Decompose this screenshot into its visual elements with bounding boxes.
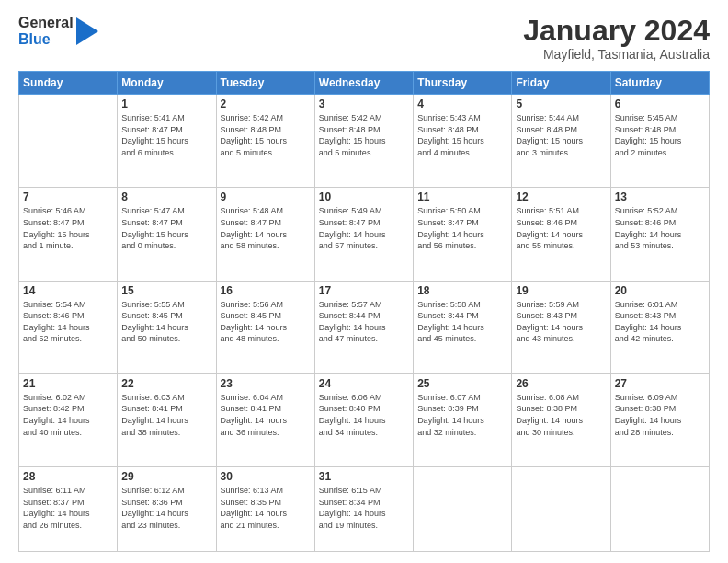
day-number: 15 bbox=[121, 284, 211, 297]
day-number: 1 bbox=[121, 98, 211, 110]
day-info: Sunrise: 5:41 AM Sunset: 8:47 PM Dayligh… bbox=[121, 112, 211, 158]
day-info: Sunrise: 5:58 AM Sunset: 8:44 PM Dayligh… bbox=[417, 299, 507, 345]
location: Mayfield, Tasmania, Australia bbox=[523, 47, 710, 62]
day-info: Sunrise: 6:13 AM Sunset: 8:35 PM Dayligh… bbox=[221, 485, 311, 531]
day-info: Sunrise: 5:50 AM Sunset: 8:47 PM Dayligh… bbox=[417, 205, 507, 251]
table-row: 18Sunrise: 5:58 AM Sunset: 8:44 PM Dayli… bbox=[414, 281, 512, 373]
day-info: Sunrise: 5:57 AM Sunset: 8:44 PM Dayligh… bbox=[319, 299, 409, 345]
day-info: Sunrise: 6:08 AM Sunset: 8:38 PM Dayligh… bbox=[516, 392, 606, 438]
day-number: 12 bbox=[516, 190, 606, 203]
day-number: 3 bbox=[319, 98, 409, 110]
table-row: 2Sunrise: 5:42 AM Sunset: 8:48 PM Daylig… bbox=[216, 95, 314, 188]
table-row: 15Sunrise: 5:55 AM Sunset: 8:45 PM Dayli… bbox=[118, 281, 216, 373]
day-number: 26 bbox=[516, 377, 606, 390]
table-row: 14Sunrise: 5:54 AM Sunset: 8:46 PM Dayli… bbox=[19, 281, 118, 373]
day-info: Sunrise: 5:51 AM Sunset: 8:46 PM Dayligh… bbox=[516, 205, 606, 251]
table-row: 22Sunrise: 6:03 AM Sunset: 8:41 PM Dayli… bbox=[118, 373, 216, 466]
header: General Blue January 2024 Mayfield, Tasm… bbox=[18, 15, 710, 62]
day-number: 10 bbox=[319, 190, 409, 203]
table-row: 7Sunrise: 5:46 AM Sunset: 8:47 PM Daylig… bbox=[19, 188, 118, 281]
table-row: 24Sunrise: 6:06 AM Sunset: 8:40 PM Dayli… bbox=[314, 373, 413, 466]
table-row bbox=[610, 466, 709, 551]
day-info: Sunrise: 5:43 AM Sunset: 8:48 PM Dayligh… bbox=[417, 112, 507, 158]
col-sunday: Sunday bbox=[19, 72, 118, 95]
day-info: Sunrise: 6:03 AM Sunset: 8:41 PM Dayligh… bbox=[121, 392, 211, 438]
day-number: 5 bbox=[516, 98, 606, 110]
table-row: 30Sunrise: 6:13 AM Sunset: 8:35 PM Dayli… bbox=[216, 466, 314, 551]
day-info: Sunrise: 6:06 AM Sunset: 8:40 PM Dayligh… bbox=[319, 392, 409, 438]
day-number: 6 bbox=[615, 98, 705, 110]
day-info: Sunrise: 6:11 AM Sunset: 8:37 PM Dayligh… bbox=[23, 485, 113, 531]
table-row: 1Sunrise: 5:41 AM Sunset: 8:47 PM Daylig… bbox=[118, 95, 216, 188]
day-info: Sunrise: 5:45 AM Sunset: 8:48 PM Dayligh… bbox=[615, 112, 705, 158]
day-number: 27 bbox=[615, 377, 705, 390]
day-info: Sunrise: 5:49 AM Sunset: 8:47 PM Dayligh… bbox=[319, 205, 409, 251]
day-number: 25 bbox=[417, 377, 507, 390]
table-row: 5Sunrise: 5:44 AM Sunset: 8:48 PM Daylig… bbox=[512, 95, 610, 188]
table-row: 10Sunrise: 5:49 AM Sunset: 8:47 PM Dayli… bbox=[314, 188, 413, 281]
calendar-week-row: 7Sunrise: 5:46 AM Sunset: 8:47 PM Daylig… bbox=[19, 188, 710, 281]
day-info: Sunrise: 5:47 AM Sunset: 8:47 PM Dayligh… bbox=[121, 205, 211, 251]
day-info: Sunrise: 5:42 AM Sunset: 8:48 PM Dayligh… bbox=[319, 112, 409, 158]
table-row: 6Sunrise: 5:45 AM Sunset: 8:48 PM Daylig… bbox=[610, 95, 709, 188]
table-row: 26Sunrise: 6:08 AM Sunset: 8:38 PM Dayli… bbox=[512, 373, 610, 466]
day-info: Sunrise: 5:52 AM Sunset: 8:46 PM Dayligh… bbox=[615, 205, 705, 251]
svg-marker-0 bbox=[76, 17, 98, 45]
table-row: 20Sunrise: 6:01 AM Sunset: 8:43 PM Dayli… bbox=[610, 281, 709, 373]
table-row: 23Sunrise: 6:04 AM Sunset: 8:41 PM Dayli… bbox=[216, 373, 314, 466]
calendar-week-row: 21Sunrise: 6:02 AM Sunset: 8:42 PM Dayli… bbox=[19, 373, 710, 466]
day-number: 4 bbox=[417, 98, 507, 110]
day-info: Sunrise: 6:09 AM Sunset: 8:38 PM Dayligh… bbox=[615, 392, 705, 438]
calendar-header-row: Sunday Monday Tuesday Wednesday Thursday… bbox=[19, 72, 710, 95]
day-info: Sunrise: 5:56 AM Sunset: 8:45 PM Dayligh… bbox=[221, 299, 311, 345]
day-info: Sunrise: 5:54 AM Sunset: 8:46 PM Dayligh… bbox=[23, 299, 113, 345]
table-row: 3Sunrise: 5:42 AM Sunset: 8:48 PM Daylig… bbox=[314, 95, 413, 188]
day-info: Sunrise: 6:07 AM Sunset: 8:39 PM Dayligh… bbox=[417, 392, 507, 438]
day-number: 24 bbox=[319, 377, 409, 390]
col-monday: Monday bbox=[118, 72, 216, 95]
day-number: 13 bbox=[615, 190, 705, 203]
table-row: 25Sunrise: 6:07 AM Sunset: 8:39 PM Dayli… bbox=[414, 373, 512, 466]
day-number: 30 bbox=[221, 470, 311, 483]
day-number: 28 bbox=[23, 470, 113, 483]
day-info: Sunrise: 6:12 AM Sunset: 8:36 PM Dayligh… bbox=[121, 485, 211, 531]
table-row: 19Sunrise: 5:59 AM Sunset: 8:43 PM Dayli… bbox=[512, 281, 610, 373]
day-number: 2 bbox=[221, 98, 311, 110]
day-info: Sunrise: 5:55 AM Sunset: 8:45 PM Dayligh… bbox=[121, 299, 211, 345]
table-row: 8Sunrise: 5:47 AM Sunset: 8:47 PM Daylig… bbox=[118, 188, 216, 281]
table-row: 17Sunrise: 5:57 AM Sunset: 8:44 PM Dayli… bbox=[314, 281, 413, 373]
day-info: Sunrise: 5:44 AM Sunset: 8:48 PM Dayligh… bbox=[516, 112, 606, 158]
logo-triangle-icon bbox=[76, 17, 98, 45]
table-row: 9Sunrise: 5:48 AM Sunset: 8:47 PM Daylig… bbox=[216, 188, 314, 281]
day-number: 9 bbox=[221, 190, 311, 203]
day-number: 14 bbox=[23, 284, 113, 297]
day-number: 21 bbox=[23, 377, 113, 390]
day-number: 22 bbox=[121, 377, 211, 390]
day-number: 31 bbox=[319, 470, 409, 483]
day-info: Sunrise: 6:01 AM Sunset: 8:43 PM Dayligh… bbox=[615, 299, 705, 345]
col-wednesday: Wednesday bbox=[314, 72, 413, 95]
calendar-week-row: 28Sunrise: 6:11 AM Sunset: 8:37 PM Dayli… bbox=[19, 466, 710, 551]
page: General Blue January 2024 Mayfield, Tasm… bbox=[0, 0, 728, 563]
table-row: 31Sunrise: 6:15 AM Sunset: 8:34 PM Dayli… bbox=[314, 466, 413, 551]
day-number: 8 bbox=[121, 190, 211, 203]
day-info: Sunrise: 6:02 AM Sunset: 8:42 PM Dayligh… bbox=[23, 392, 113, 438]
day-info: Sunrise: 5:59 AM Sunset: 8:43 PM Dayligh… bbox=[516, 299, 606, 345]
col-thursday: Thursday bbox=[414, 72, 512, 95]
month-title: January 2024 bbox=[523, 15, 710, 47]
table-row: 21Sunrise: 6:02 AM Sunset: 8:42 PM Dayli… bbox=[19, 373, 118, 466]
table-row: 29Sunrise: 6:12 AM Sunset: 8:36 PM Dayli… bbox=[118, 466, 216, 551]
table-row bbox=[512, 466, 610, 551]
table-row bbox=[19, 95, 118, 188]
day-number: 16 bbox=[221, 284, 311, 297]
col-tuesday: Tuesday bbox=[216, 72, 314, 95]
table-row: 27Sunrise: 6:09 AM Sunset: 8:38 PM Dayli… bbox=[610, 373, 709, 466]
logo: General Blue bbox=[18, 15, 98, 47]
day-info: Sunrise: 6:15 AM Sunset: 8:34 PM Dayligh… bbox=[319, 485, 409, 531]
day-number: 20 bbox=[615, 284, 705, 297]
day-info: Sunrise: 6:04 AM Sunset: 8:41 PM Dayligh… bbox=[221, 392, 311, 438]
day-info: Sunrise: 5:46 AM Sunset: 8:47 PM Dayligh… bbox=[23, 205, 113, 251]
table-row: 13Sunrise: 5:52 AM Sunset: 8:46 PM Dayli… bbox=[610, 188, 709, 281]
day-number: 19 bbox=[516, 284, 606, 297]
table-row: 28Sunrise: 6:11 AM Sunset: 8:37 PM Dayli… bbox=[19, 466, 118, 551]
